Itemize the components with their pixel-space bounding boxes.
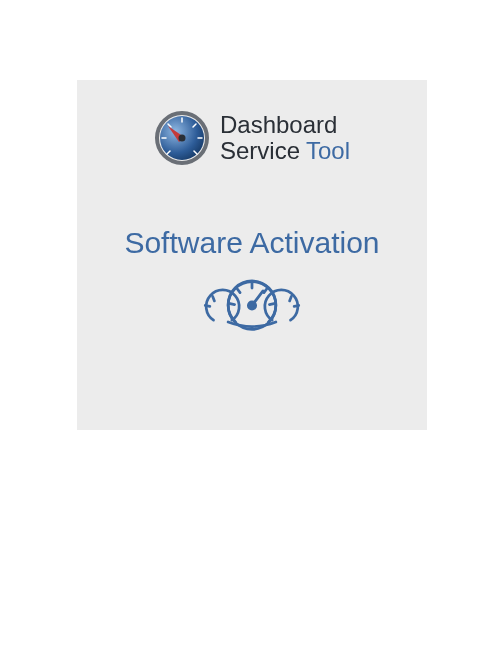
svg-line-14 <box>294 306 299 307</box>
svg-line-20 <box>269 304 274 305</box>
brand-logo-row: Dashboard Service Tool <box>97 110 407 166</box>
brand-line2: Service Tool <box>220 138 350 164</box>
svg-line-17 <box>237 289 240 293</box>
brand-name: Dashboard Service Tool <box>220 112 350 165</box>
svg-point-10 <box>178 135 185 142</box>
svg-point-22 <box>248 302 255 309</box>
brand-word-service: Service <box>220 138 300 164</box>
svg-line-11 <box>213 296 215 301</box>
dashboard-cluster-wrapper <box>97 278 407 333</box>
brand-word-tool: Tool <box>306 138 350 164</box>
speedometer-icon <box>154 110 210 166</box>
svg-line-13 <box>290 296 292 301</box>
product-title: Software Activation <box>97 226 407 260</box>
dashboard-cluster-icon <box>197 278 307 333</box>
svg-line-12 <box>205 306 210 307</box>
brand-line1: Dashboard <box>220 112 337 138</box>
svg-line-19 <box>230 304 235 305</box>
product-card: Dashboard Service Tool Software Activati… <box>77 80 427 430</box>
